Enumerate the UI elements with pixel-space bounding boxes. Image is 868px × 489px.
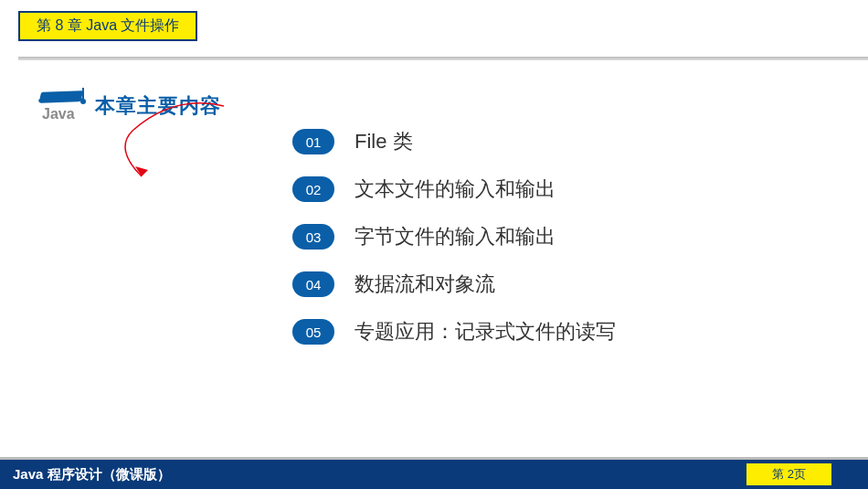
- toc-number: 04: [292, 271, 334, 297]
- toc-text: File 类: [355, 128, 413, 155]
- java-icon-label: Java: [42, 106, 75, 122]
- table-of-contents: 01 File 类 02 文本文件的输入和输出 03 字节文件的输入和输出 04…: [292, 128, 616, 366]
- footer: Java 程序设计（微课版） 第 2页: [0, 460, 868, 489]
- footer-title: Java 程序设计（微课版）: [0, 466, 171, 484]
- chapter-tab: 第 8 章 Java 文件操作: [18, 11, 197, 41]
- java-cap-icon: Java: [37, 86, 88, 126]
- page-number: 第 2页: [746, 463, 831, 485]
- toc-number: 02: [292, 176, 334, 202]
- toc-text: 字节文件的输入和输出: [355, 223, 556, 250]
- toc-text: 文本文件的输入和输出: [355, 175, 556, 203]
- toc-text: 专题应用：记录式文件的读写: [355, 318, 616, 345]
- toc-number: 03: [292, 224, 334, 250]
- toc-text: 数据流和对象流: [355, 271, 495, 298]
- top-divider: [18, 57, 868, 60]
- toc-item: 04 数据流和对象流: [292, 271, 616, 298]
- toc-item: 01 File 类: [292, 128, 616, 155]
- toc-item: 03 字节文件的输入和输出: [292, 223, 616, 250]
- toc-number: 01: [292, 129, 334, 154]
- toc-item: 02 文本文件的输入和输出: [292, 175, 616, 203]
- section-heading: Java 本章主要内容: [37, 86, 221, 126]
- heading-text: 本章主要内容: [95, 92, 221, 120]
- svg-marker-0: [135, 166, 148, 176]
- toc-item: 05 专题应用：记录式文件的读写: [292, 318, 616, 345]
- toc-number: 05: [292, 319, 334, 345]
